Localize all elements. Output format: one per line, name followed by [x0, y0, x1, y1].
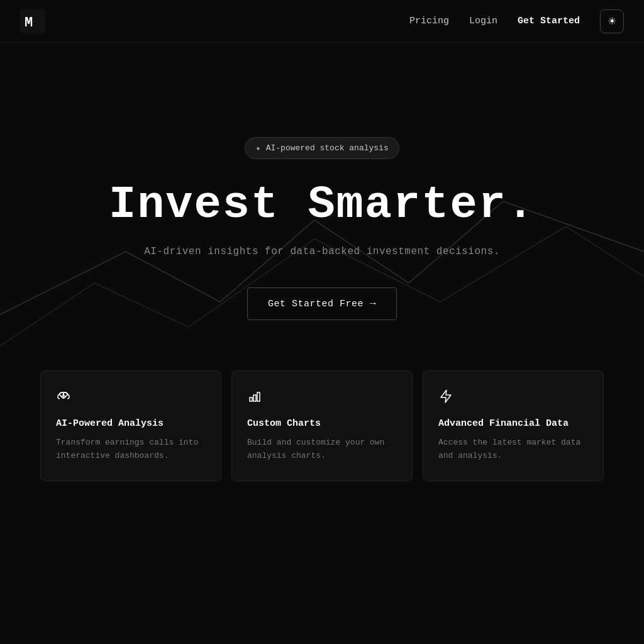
- zap-icon: [438, 389, 588, 408]
- feature-title-charts: Custom Charts: [247, 418, 397, 429]
- nav-get-started[interactable]: Get Started: [518, 16, 580, 26]
- nav-pricing[interactable]: Pricing: [409, 16, 449, 26]
- hero-badge: ✦ AI-powered stock analysis: [245, 137, 399, 159]
- feature-desc-data: Access the latest market data and analys…: [438, 436, 588, 463]
- feature-desc-charts: Build and customize your own analysis ch…: [247, 436, 397, 463]
- hero-title: Invest Smarter.: [109, 179, 535, 231]
- svg-rect-5: [250, 397, 252, 401]
- feature-desc-ai: Transform earnings calls into interactiv…: [56, 436, 206, 463]
- logo-icon: M: [20, 9, 45, 34]
- badge-text: AI-powered stock analysis: [266, 143, 389, 153]
- svg-text:M: M: [25, 15, 33, 31]
- svg-rect-7: [257, 392, 260, 401]
- bar-chart-icon: [247, 389, 397, 408]
- svg-rect-6: [253, 395, 256, 401]
- arrow-right-icon: →: [370, 298, 376, 309]
- theme-toggle-icon: ☀: [608, 15, 616, 27]
- hero-subtitle: AI-driven insights for data-backed inves…: [144, 246, 500, 257]
- logo[interactable]: M: [20, 9, 45, 34]
- feature-card-financial-data: Advanced Financial Data Access the lates…: [423, 370, 604, 481]
- hero-section: ✦ AI-powered stock analysis Invest Smart…: [0, 43, 644, 358]
- navbar-right: Pricing Login Get Started ☀: [409, 9, 624, 33]
- feature-card-ai-analysis: AI-Powered Analysis Transform earnings c…: [40, 370, 221, 481]
- feature-card-custom-charts: Custom Charts Build and customize your o…: [231, 370, 413, 481]
- nav-login[interactable]: Login: [469, 16, 497, 26]
- feature-title-ai: AI-Powered Analysis: [56, 418, 206, 429]
- navbar: M Pricing Login Get Started ☀: [0, 0, 644, 43]
- badge-sparkle-icon: ✦: [255, 143, 260, 153]
- feature-title-data: Advanced Financial Data: [438, 418, 588, 429]
- brain-icon: [56, 389, 206, 408]
- features-section: AI-Powered Analysis Transform earnings c…: [0, 370, 644, 481]
- cta-label: Get Started Free: [268, 299, 364, 309]
- get-started-free-button[interactable]: Get Started Free →: [247, 287, 397, 320]
- theme-toggle-button[interactable]: ☀: [600, 9, 624, 33]
